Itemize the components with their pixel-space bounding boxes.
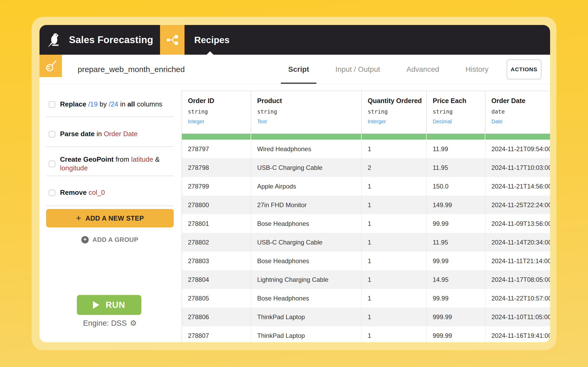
script-step[interactable]: Replace /19 by /24 in all columns: [46, 94, 174, 114]
table-row: 278807ThinkPad Laptop1999.992024-11-16T1…: [182, 326, 550, 342]
table-cell[interactable]: 2024-11-11T21:14:00: [485, 252, 550, 270]
script-step[interactable]: Create GeoPoint from latitude & longitud…: [46, 150, 174, 178]
table-cell[interactable]: 2024-11-21T09:54:00: [485, 140, 550, 158]
table-cell[interactable]: 2024-11-22T10:57:00: [485, 289, 550, 308]
table-cell[interactable]: 2024-11-21T14:56:00: [485, 177, 550, 196]
column-header-price-each[interactable]: Price EachstringDecimal: [427, 91, 485, 134]
add-step-button[interactable]: + ADD A NEW STEP: [46, 209, 174, 227]
column-header-product[interactable]: ProductstringText: [251, 91, 362, 134]
step-label-segment: Remove: [60, 188, 87, 196]
table-cell[interactable]: 999.99: [427, 326, 485, 342]
step-checkbox[interactable]: [49, 190, 55, 196]
step-label-segment: columns: [135, 100, 162, 108]
table-row: 27880027in FHD Monitor1149.992024-11-25T…: [182, 196, 550, 214]
table-cell[interactable]: 99.99: [427, 252, 485, 270]
table-cell[interactable]: ThinkPad Laptop: [251, 326, 362, 342]
table-cell[interactable]: 278802: [182, 233, 251, 252]
table-cell[interactable]: 2024-11-10T11:05:00: [485, 308, 550, 326]
tab-history[interactable]: History: [466, 55, 489, 84]
column-name: Price Each: [433, 97, 485, 105]
column-header-quantity-ordered[interactable]: Quantity OrderedstringInterger: [362, 91, 427, 134]
table-cell[interactable]: ThinkPad Laptop: [251, 308, 362, 326]
table-cell[interactable]: 150.0: [427, 177, 485, 196]
script-step[interactable]: Remove col_0: [46, 183, 174, 203]
table-cell[interactable]: 2024-11-25T22:24:00: [485, 196, 550, 214]
table-cell[interactable]: 1: [362, 326, 427, 342]
step-checkbox[interactable]: [49, 131, 55, 137]
table-cell[interactable]: 999.99: [427, 308, 485, 326]
table-cell[interactable]: 11.95: [427, 233, 485, 252]
table-cell[interactable]: 2024-11-14T20:34:00: [485, 233, 550, 252]
run-button[interactable]: RUN: [77, 295, 141, 315]
step-label-segment: col_0: [88, 188, 105, 196]
table-cell[interactable]: 278801: [182, 214, 251, 233]
step-label-segment: in: [95, 130, 104, 138]
table-cell[interactable]: Apple Airpods: [251, 177, 362, 196]
table-cell[interactable]: Bose Headphones: [251, 289, 362, 308]
table-cell[interactable]: Wired Headphones: [251, 140, 362, 158]
step-divider: [46, 146, 174, 147]
table-cell[interactable]: 1: [362, 177, 427, 196]
column-meaning-link[interactable]: Text: [257, 118, 361, 125]
column-meaning-link[interactable]: Integer: [188, 118, 251, 125]
table-cell[interactable]: Bose Headphones: [251, 214, 362, 233]
table-cell[interactable]: 1: [362, 308, 427, 326]
table-cell[interactable]: 278803: [182, 252, 251, 270]
quality-bar-quantity-ordered[interactable]: [362, 134, 427, 140]
table-cell[interactable]: 1: [362, 140, 427, 158]
table-cell[interactable]: 27in FHD Monitor: [251, 196, 362, 214]
step-label-segment: latitude: [131, 155, 153, 163]
step-checkbox[interactable]: [49, 161, 55, 167]
table-cell[interactable]: 278798: [182, 158, 251, 177]
table-cell[interactable]: 2024-11-17T08:05:00: [485, 270, 550, 289]
table-cell[interactable]: 1: [362, 270, 427, 289]
table-cell[interactable]: 2024-11-16T19:41:00: [485, 326, 550, 342]
table-row: 278801Bose Headphones199.992024-11-09T13…: [182, 214, 550, 233]
table-cell[interactable]: 1: [362, 252, 427, 270]
column-header-order-id[interactable]: Order IDstringInteger: [182, 91, 251, 134]
column-header-order-date[interactable]: Order DatedateDate: [485, 91, 550, 134]
table-cell[interactable]: 99.99: [427, 214, 485, 233]
table-cell[interactable]: Lightning Charging Cable: [251, 270, 362, 289]
step-label-segment: [86, 100, 88, 108]
table-cell[interactable]: 11.95: [427, 158, 485, 177]
table-cell[interactable]: 1: [362, 233, 427, 252]
step-label-segment: Create GeoPoint: [60, 155, 114, 163]
table-cell[interactable]: 278806: [182, 308, 251, 326]
table-cell[interactable]: 278797: [182, 140, 251, 158]
script-step[interactable]: Parse date in Order Date: [46, 124, 174, 144]
table-cell[interactable]: 2024-11-17T10:03:00: [485, 158, 550, 177]
tab-advanced[interactable]: Advanced: [406, 55, 439, 84]
table-cell[interactable]: 278800: [182, 196, 251, 214]
table-cell[interactable]: 14.95: [427, 270, 485, 289]
table-cell[interactable]: Bose Headphones: [251, 252, 362, 270]
quality-bar-order-date[interactable]: [485, 134, 550, 140]
table-cell[interactable]: 11.99: [427, 140, 485, 158]
table-cell[interactable]: USB-C Charging Cable: [251, 158, 362, 177]
table-cell[interactable]: 1: [362, 289, 427, 308]
quality-bar-price-each[interactable]: [427, 134, 485, 140]
column-meaning-link[interactable]: Date: [491, 118, 550, 125]
step-checkbox[interactable]: [49, 101, 55, 108]
table-cell[interactable]: 278804: [182, 270, 251, 289]
quality-bar-order-id[interactable]: [182, 134, 251, 140]
column-meaning-link[interactable]: Interger: [368, 118, 426, 125]
tab-script[interactable]: Script: [288, 55, 309, 84]
table-cell[interactable]: 2024-11-09T13:56:00: [485, 214, 550, 233]
column-meaning-link[interactable]: Decimal: [433, 118, 485, 125]
table-cell[interactable]: 99.99: [427, 289, 485, 308]
engine-selector[interactable]: Engine: DSS ⚙: [46, 319, 174, 328]
table-cell[interactable]: USB-C Charging Cable: [251, 233, 362, 252]
table-cell[interactable]: 278799: [182, 177, 251, 196]
quality-bar-product[interactable]: [251, 134, 362, 140]
add-group-button[interactable]: + ADD A GROUP: [46, 235, 174, 245]
table-cell[interactable]: 278805: [182, 289, 251, 308]
tab-input-output[interactable]: Input / Output: [335, 55, 380, 84]
table-cell[interactable]: 149.99: [427, 196, 485, 214]
gear-icon[interactable]: ⚙: [130, 319, 137, 327]
table-cell[interactable]: 1: [362, 214, 427, 233]
actions-button[interactable]: ACTIONS: [507, 59, 541, 79]
table-cell[interactable]: 278807: [182, 326, 251, 342]
table-cell[interactable]: 1: [362, 196, 427, 214]
table-cell[interactable]: 2: [362, 158, 427, 177]
